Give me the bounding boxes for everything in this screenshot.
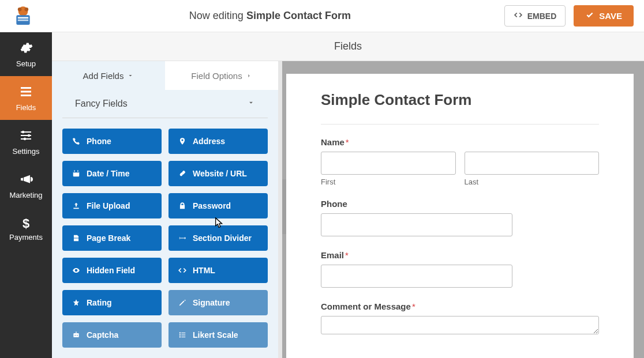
tab-field-options[interactable]: Field Options (165, 61, 278, 90)
panel-divider[interactable] (278, 61, 286, 358)
field-grid: Phone Address Date / Time Website / URL (52, 118, 278, 358)
check-icon (585, 11, 594, 21)
workspace-body: Add Fields Field Options Fancy Fields (52, 61, 644, 358)
nav-item-payments[interactable]: $ Payments (0, 208, 52, 251)
nav-item-marketing[interactable]: Marketing (0, 164, 52, 208)
panel-tab-label: Add Fields (83, 71, 124, 81)
save-button[interactable]: SAVE (574, 5, 634, 27)
eye-off-icon (72, 266, 81, 274)
form-paper: Simple Contact Form Name* First Last (286, 74, 634, 358)
embed-button[interactable]: EMBED (504, 5, 566, 27)
field-btn-upload[interactable]: File Upload (62, 193, 162, 218)
nav-item-label: Marketing (9, 191, 42, 199)
field-btn-likert[interactable]: Likert Scale (169, 322, 268, 348)
list-icon (19, 85, 33, 100)
field-btn-hidden[interactable]: Hidden Field (62, 258, 162, 283)
svg-point-20 (74, 335, 76, 336)
field-btn-label: Page Break (87, 233, 130, 243)
svg-rect-19 (73, 333, 78, 337)
form-canvas: Simple Contact Form Name* First Last (286, 61, 644, 358)
divider-icon (178, 234, 187, 242)
nav-item-label: Payments (9, 233, 43, 242)
phone-icon (72, 137, 81, 145)
label-comment-text: Comment or Message (321, 302, 411, 311)
field-btn-label: Phone (87, 137, 111, 146)
field-btn-address[interactable]: Address (169, 129, 268, 154)
required-asterisk: * (345, 250, 349, 260)
nav-sidebar: Setup Fields Settings Marketing $ Paymen… (0, 32, 52, 358)
sliders-icon (19, 129, 33, 144)
svg-point-25 (179, 334, 181, 336)
input-last-name[interactable] (465, 152, 600, 175)
field-btn-label: File Upload (87, 201, 130, 210)
field-btn-label: Password (193, 201, 231, 210)
name-row: First Last (321, 152, 599, 186)
form-title: Simple Contact Form (321, 91, 599, 125)
field-btn-signature[interactable]: Signature (169, 290, 268, 315)
input-phone[interactable] (321, 213, 512, 236)
pen-icon (178, 299, 187, 307)
pin-icon (178, 137, 187, 145)
nav-item-setup[interactable]: Setup (0, 32, 52, 76)
embed-button-label: EMBED (527, 12, 557, 21)
field-btn-label: Signature (193, 298, 230, 307)
svg-point-1 (18, 7, 22, 12)
nav-item-label: Settings (13, 147, 40, 156)
svg-point-23 (179, 332, 181, 333)
required-asterisk: * (346, 137, 349, 147)
lock-icon (178, 202, 187, 210)
gear-icon (19, 41, 33, 56)
input-first-name[interactable] (321, 152, 456, 175)
link-icon (178, 169, 187, 178)
field-btn-captcha[interactable]: Captcha (62, 322, 162, 348)
workspace-header: Fields (52, 32, 644, 61)
robot-icon (72, 331, 81, 339)
group-header-fancy-fields[interactable]: Fancy Fields (62, 90, 268, 118)
star-icon (72, 299, 81, 307)
field-btn-html[interactable]: HTML (169, 258, 268, 283)
fields-panel: Add Fields Field Options Fancy Fields (52, 61, 278, 358)
input-email[interactable] (321, 265, 512, 288)
chevron-down-icon (247, 99, 255, 109)
topbar: Now editing Simple Contact Form EMBED SA… (0, 0, 644, 32)
save-button-label: SAVE (599, 11, 622, 21)
editing-form-name: Simple Contact Form (246, 10, 351, 21)
nav-item-fields[interactable]: Fields (0, 76, 52, 120)
group-title: Fancy Fields (75, 99, 128, 109)
field-btn-url[interactable]: Website / URL (169, 161, 268, 186)
field-btn-pagebreak[interactable]: Page Break (62, 225, 162, 251)
main-layout: Setup Fields Settings Marketing $ Paymen… (0, 32, 644, 358)
field-btn-password[interactable]: Password (169, 193, 268, 218)
nav-item-settings[interactable]: Settings (0, 120, 52, 164)
scrollbar-thumb[interactable] (282, 179, 286, 234)
name-col-first: First (321, 152, 456, 186)
editing-prefix: Now editing (189, 10, 244, 21)
svg-rect-22 (76, 331, 76, 333)
label-phone-text: Phone (321, 199, 347, 209)
panel-tab-label: Field Options (191, 71, 242, 81)
chevron-right-icon (246, 71, 252, 81)
chevron-down-icon (127, 71, 134, 81)
nav-item-label: Fields (16, 103, 36, 112)
field-btn-datetime[interactable]: Date / Time (62, 161, 162, 186)
field-btn-phone[interactable]: Phone (62, 129, 162, 154)
svg-rect-7 (21, 91, 31, 92)
svg-point-12 (22, 130, 24, 133)
sublabel-first: First (321, 178, 456, 186)
field-btn-label: Website / URL (193, 169, 247, 178)
field-btn-label: HTML (193, 266, 215, 275)
svg-point-27 (179, 336, 181, 337)
field-btn-rating[interactable]: Rating (62, 290, 162, 315)
field-btn-label: Captcha (87, 330, 118, 340)
field-btn-label: Rating (87, 298, 112, 307)
svg-point-21 (77, 335, 78, 336)
textarea-comment[interactable] (321, 316, 599, 334)
field-btn-label: Section Divider (193, 233, 252, 243)
svg-rect-18 (77, 170, 78, 172)
field-btn-divider[interactable]: Section Divider (169, 225, 268, 251)
field-btn-label: Address (193, 137, 225, 146)
list-icon (178, 331, 187, 339)
svg-rect-6 (21, 87, 31, 89)
tab-add-fields[interactable]: Add Fields (52, 61, 165, 90)
app-logo (10, 5, 36, 28)
